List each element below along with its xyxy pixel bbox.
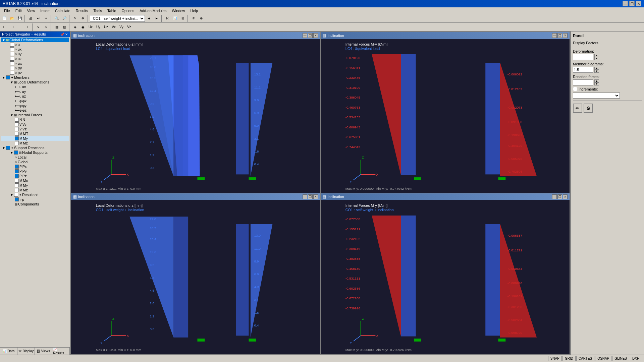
- menu-calculate[interactable]: Calculate: [52, 8, 73, 13]
- close-btn[interactable]: ✕: [636, 1, 641, 6]
- increments-checkbox[interactable]: [573, 87, 577, 91]
- tb2-btn15[interactable]: Vy: [118, 23, 125, 31]
- tree-item-members[interactable]: ▼ ✦ Members: [1, 75, 69, 80]
- snap-btn-status[interactable]: SNAP: [548, 356, 562, 361]
- tree-item-local-uz[interactable]: ⟵u uz: [1, 94, 69, 99]
- tree-item-My-sel[interactable]: M My: [1, 136, 69, 141]
- move-btn[interactable]: ✥: [79, 15, 87, 22]
- tb2-btn5[interactable]: ∿: [35, 23, 42, 31]
- tb2-btn9[interactable]: ◈: [71, 23, 79, 31]
- diagram-btn[interactable]: 📊: [171, 15, 179, 22]
- grid-btn[interactable]: #: [190, 15, 197, 22]
- tree-item-local-phiz[interactable]: ⟵φ φz: [1, 108, 69, 113]
- tree-item-Mz[interactable]: M Mz: [1, 141, 69, 145]
- checkbox-Mz2[interactable]: [15, 188, 19, 192]
- checkbox-nodal[interactable]: [14, 150, 18, 155]
- tree-item-phix[interactable]: ○ φx: [1, 61, 69, 66]
- tree-item-components[interactable]: ⊞ Components: [1, 202, 69, 206]
- tb2-btn4[interactable]: ⊥: [24, 23, 31, 31]
- tree-item-My[interactable]: M My: [1, 183, 69, 188]
- panel-bl-close[interactable]: ✕: [313, 194, 318, 199]
- checkbox-My[interactable]: [15, 183, 19, 187]
- menu-file[interactable]: File: [1, 8, 13, 13]
- checkbox-phiz[interactable]: [10, 71, 14, 75]
- reaction-forces-input[interactable]: [573, 79, 593, 85]
- menu-addons[interactable]: Add-on Modules: [137, 8, 169, 13]
- menu-view[interactable]: View: [24, 8, 38, 13]
- tree-item-local-ux[interactable]: ⟵u ux: [1, 84, 69, 89]
- checkbox-Pz[interactable]: [15, 174, 19, 178]
- tree-item-global-sup[interactable]: ○ Global: [1, 160, 69, 164]
- deformation-up[interactable]: ▲: [594, 54, 599, 57]
- panel-tl-controls[interactable]: — ❐ ✕: [303, 33, 318, 38]
- tb2-btn13[interactable]: Uz: [102, 23, 110, 31]
- prev-btn[interactable]: ◄: [145, 15, 153, 22]
- tb2-btn12[interactable]: Uy: [95, 23, 102, 31]
- tb2-btn7[interactable]: ▦: [53, 23, 60, 31]
- tree-item-Vy[interactable]: V Vy: [1, 122, 69, 127]
- zoom-in-btn[interactable]: 🔍: [53, 15, 60, 22]
- dxf-btn-status[interactable]: DXF: [630, 356, 641, 361]
- tree-item-local-uy[interactable]: ⟵u uy: [1, 89, 69, 94]
- checkbox-p[interactable]: [15, 197, 19, 201]
- load-combo-dropdown[interactable]: CO1 - self weight + inclini...: [90, 15, 145, 22]
- nav-tab-views[interactable]: 🖼 Views: [35, 348, 52, 355]
- member-diagrams-down[interactable]: ▼: [594, 70, 599, 73]
- panel-br-close[interactable]: ✕: [563, 194, 568, 199]
- tree-item-local-sup[interactable]: ○ Local: [1, 155, 69, 160]
- panel-tr-minimize[interactable]: —: [552, 33, 557, 38]
- member-diagrams-spinner[interactable]: ▲ ▼: [594, 67, 599, 73]
- checkbox-phiy[interactable]: [10, 66, 14, 70]
- cartes-btn-status[interactable]: CARTES: [576, 356, 594, 361]
- deformation-spinner[interactable]: ▲ ▼: [594, 54, 599, 60]
- panel-bl-minimize[interactable]: —: [303, 194, 307, 199]
- tree-item-support-reactions[interactable]: ▼ ✦ Support Reactions: [1, 145, 69, 150]
- checkbox-Vy[interactable]: [15, 122, 19, 126]
- checkbox-Px[interactable]: [15, 165, 19, 169]
- tree-item-Px[interactable]: P Px: [1, 164, 69, 169]
- print-btn[interactable]: 🖨: [27, 15, 34, 22]
- osnap-btn-status[interactable]: OSNAP: [595, 356, 611, 361]
- titlebar-controls[interactable]: — ❐ ✕: [623, 1, 641, 6]
- panel-tl-minimize[interactable]: —: [303, 33, 307, 38]
- member-diagrams-up[interactable]: ▲: [594, 67, 599, 70]
- checkbox-uz[interactable]: [10, 57, 14, 61]
- menu-results[interactable]: Results: [73, 8, 91, 13]
- menu-table[interactable]: Table: [105, 8, 119, 13]
- next-btn[interactable]: ►: [153, 15, 160, 22]
- panel-bl-restore[interactable]: ❐: [308, 194, 313, 199]
- tree-item-MT[interactable]: M MT: [1, 131, 69, 136]
- increments-select[interactable]: [573, 93, 620, 99]
- results-btn[interactable]: R: [164, 15, 171, 22]
- tb2-btn3[interactable]: ⊤: [16, 23, 23, 31]
- reaction-forces-up[interactable]: ▲: [594, 79, 599, 82]
- tb2-btn8[interactable]: ▧: [61, 23, 68, 31]
- menu-insert[interactable]: Insert: [38, 8, 52, 13]
- panel-tr-close[interactable]: ✕: [563, 33, 568, 38]
- settings-panel-btn[interactable]: ⚙: [584, 104, 593, 113]
- nav-tab-data[interactable]: 📊 Data: [0, 348, 17, 355]
- menu-help[interactable]: Help: [188, 8, 201, 13]
- menu-options[interactable]: Options: [119, 8, 137, 13]
- reaction-forces-down[interactable]: ▼: [594, 82, 599, 85]
- tb2-btn6[interactable]: ∾: [42, 23, 50, 31]
- checkbox-Py[interactable]: [15, 169, 19, 173]
- panel-br-restore[interactable]: ❐: [557, 194, 562, 199]
- tree-item-u[interactable]: ○ u: [1, 42, 69, 47]
- menu-tools[interactable]: Tools: [91, 8, 105, 13]
- tree-item-uy[interactable]: ○ uy: [1, 52, 69, 56]
- tb2-btn10[interactable]: ◉: [79, 23, 87, 31]
- undo-btn[interactable]: ↩: [35, 15, 42, 22]
- menu-window[interactable]: Window: [169, 8, 187, 13]
- nav-pin-btn[interactable]: 📌: [60, 33, 64, 36]
- tb2-btn11[interactable]: Ux: [87, 23, 94, 31]
- nav-close-btn[interactable]: ✕: [65, 33, 68, 36]
- maximize-btn[interactable]: ❐: [629, 1, 635, 6]
- tree-item-p[interactable]: ○ p: [1, 197, 69, 202]
- redo-btn[interactable]: ↪: [42, 15, 50, 22]
- tb2-btn2[interactable]: ⊣: [8, 23, 16, 31]
- tree-item-local-def[interactable]: ▼ ⊞ Local Deformations: [1, 80, 69, 84]
- panel-tr-controls[interactable]: — ❐ ✕: [552, 33, 568, 38]
- checkbox-ux[interactable]: [10, 47, 14, 51]
- checkbox-u[interactable]: [10, 43, 14, 47]
